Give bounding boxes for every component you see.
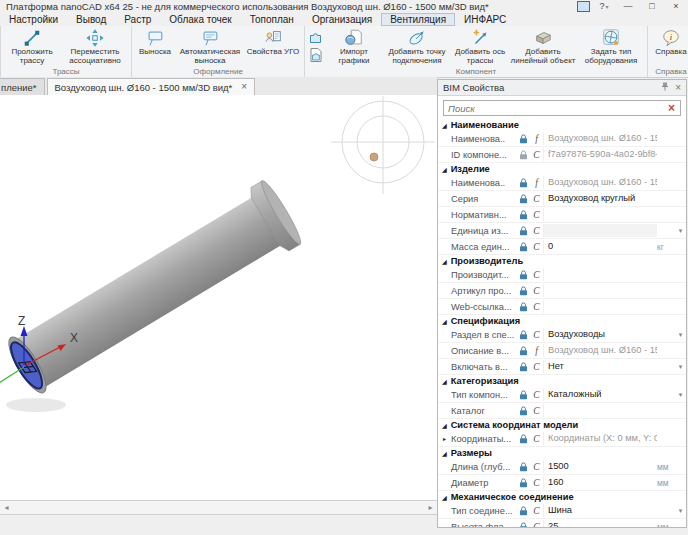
property-row[interactable]: ID компоне...Cf7a97876-590a-4a02-9bf8-fb… — [438, 147, 686, 163]
dropdown-icon[interactable]: ▾ — [675, 363, 686, 371]
document-tab-1[interactable]: пление* — [0, 78, 45, 95]
lock-icon[interactable] — [517, 506, 530, 516]
section-header[interactable]: ◢Наименование — [438, 119, 686, 131]
ribbon-button[interactable]: Переместить ассоциативно — [61, 27, 129, 67]
property-row[interactable]: ▸Координаты...CКоординаты (X: 0 мм, Y: 0… — [438, 431, 686, 447]
minimize-button[interactable]: — — [618, 0, 638, 13]
dropdown-icon[interactable]: ▾ — [675, 331, 686, 339]
ribbon-button[interactable]: iСправка — [650, 27, 688, 58]
property-value[interactable] — [543, 268, 657, 281]
ribbon-button[interactable]: Выноска — [134, 27, 176, 58]
ribbon-button[interactable]: Добавить точку подключения — [383, 27, 451, 67]
menu-item-8[interactable]: ИНФАРС — [455, 13, 515, 26]
property-value[interactable]: Координаты (X: 0 мм, Y: 0 мм, Z: 0 мм), … — [543, 432, 657, 445]
property-value[interactable]: 160 — [543, 476, 657, 489]
property-value[interactable]: Воздуховоды — [543, 328, 657, 341]
ribbon-button[interactable]: Импорт графики — [325, 27, 383, 67]
property-value[interactable] — [543, 208, 657, 221]
menu-item-4[interactable]: Облака точек — [160, 13, 240, 26]
view-locator-compass[interactable] — [331, 96, 435, 194]
lock-icon[interactable] — [517, 194, 530, 204]
section-header[interactable]: ◢Механическое соединение — [438, 491, 686, 503]
property-row[interactable]: Единица из...C▾ — [438, 223, 686, 239]
close-tab-icon[interactable]: × — [241, 82, 247, 92]
restore-button[interactable]: □ — [642, 0, 662, 13]
section-header[interactable]: ◢Производитель — [438, 255, 686, 267]
property-value[interactable]: Нет — [543, 360, 657, 373]
property-row[interactable]: Нормативн...C — [438, 207, 686, 223]
property-row[interactable]: Высота фла...C25мм — [438, 519, 686, 527]
ribbon-button[interactable]: Добавить ось трассы — [451, 27, 509, 67]
menu-item-6[interactable]: Организация — [303, 13, 381, 26]
property-value[interactable]: Воздуховод шн. Ø160 - 1500 мм — [543, 344, 657, 357]
property-row[interactable]: ДиаметрC160мм — [438, 475, 686, 491]
property-value[interactable] — [543, 284, 657, 297]
menu-item-1[interactable]: Настройки — [0, 13, 67, 26]
scroll-left-icon[interactable]: ◂ — [0, 503, 13, 512]
lock-icon[interactable] — [517, 390, 530, 400]
property-row[interactable]: Включать в...CНет▾ — [438, 359, 686, 375]
lock-icon[interactable] — [517, 462, 530, 472]
section-header[interactable]: ◢Система координат модели — [438, 419, 686, 431]
lock-icon[interactable] — [517, 330, 530, 340]
property-row[interactable]: СерияCВоздуховод круглый — [438, 191, 686, 207]
property-row[interactable]: Web-ссылка...C — [438, 299, 686, 315]
section-header[interactable]: ◢Категоризация — [438, 375, 686, 387]
lock-icon[interactable] — [517, 522, 530, 528]
lock-icon[interactable] — [517, 346, 530, 356]
property-value[interactable]: Воздуховод шн. Ø160 - 1500 мм — [543, 176, 657, 189]
property-row[interactable]: Раздел в спе...CВоздуховоды▾ — [438, 327, 686, 343]
property-row[interactable]: Тип соедине...CШина▾ — [438, 503, 686, 519]
property-value[interactable] — [543, 224, 657, 237]
ribbon-button[interactable]: Задать тип оборудования — [577, 27, 645, 67]
lock-icon[interactable] — [517, 134, 530, 144]
property-value[interactable]: 25 — [543, 520, 657, 527]
property-value[interactable]: Воздуховод круглый — [543, 192, 657, 205]
lock-icon[interactable] — [517, 286, 530, 296]
menu-item-3[interactable]: Растр — [115, 13, 160, 26]
property-row[interactable]: Артикул про...C — [438, 283, 686, 299]
section-header[interactable]: ◢Изделие — [438, 163, 686, 175]
horizontal-scrollbar[interactable]: ◂ ▸ — [0, 500, 437, 515]
duct-3d-object[interactable] — [0, 178, 305, 403]
dropdown-icon[interactable]: ▾ — [675, 227, 686, 235]
menu-item-2[interactable]: Вывод — [67, 13, 115, 26]
property-value[interactable]: Воздуховод шн. Ø160 - 1500 мм — [543, 132, 657, 145]
property-row[interactable]: Производит...C — [438, 267, 686, 283]
document-tab-2[interactable]: Воздуховод шн. Ø160 - 1500 мм/3D вид*× — [47, 78, 256, 95]
search-input[interactable] — [444, 103, 663, 114]
property-row[interactable]: Описание в...fВоздуховод шн. Ø160 - 1500… — [438, 343, 686, 359]
pin-icon[interactable] — [661, 82, 669, 93]
property-value[interactable]: 0 — [543, 240, 657, 253]
property-value[interactable] — [543, 300, 657, 313]
lock-icon[interactable] — [517, 178, 530, 188]
property-row[interactable]: КаталогC — [438, 403, 686, 419]
clear-search-icon[interactable]: × — [663, 102, 680, 114]
lock-icon[interactable] — [517, 406, 530, 416]
dropdown-icon[interactable]: ▾ — [675, 391, 686, 399]
close-button[interactable]: × — [666, 0, 686, 13]
help-menu-button[interactable]: ?▾ — [594, 0, 614, 13]
lock-icon[interactable] — [517, 478, 530, 488]
property-value[interactable]: f7a97876-590a-4a02-9bf8-fbd95236d266 — [543, 148, 657, 161]
section-header[interactable]: ◢Спецификация — [438, 315, 686, 327]
lock-icon[interactable] — [517, 242, 530, 252]
property-value[interactable]: Шина — [543, 504, 657, 517]
scroll-right-icon[interactable]: ▸ — [424, 503, 437, 512]
lock-icon[interactable] — [517, 270, 530, 280]
property-value[interactable]: 1500 — [543, 460, 657, 473]
ribbon-button[interactable]: Добавить линейный объект — [509, 27, 577, 67]
ribbon-button[interactable]: Свойства УГО — [244, 27, 302, 58]
ribbon-button-small-2[interactable] — [308, 47, 324, 63]
lock-icon[interactable] — [517, 210, 530, 220]
lock-icon[interactable] — [517, 302, 530, 312]
ribbon-button[interactable]: Проложить трассу — [3, 27, 61, 67]
ribbon-button-small-1[interactable] — [308, 29, 324, 45]
lock-icon[interactable] — [517, 226, 530, 236]
property-value[interactable] — [543, 404, 657, 417]
menu-item-5[interactable]: Топоплан — [241, 13, 303, 26]
menu-item-7[interactable]: Вентиляция — [381, 13, 455, 26]
3d-viewport[interactable]: Z X — [0, 95, 438, 500]
lock-icon[interactable] — [517, 362, 530, 372]
dropdown-icon[interactable]: ▾ — [675, 507, 686, 515]
